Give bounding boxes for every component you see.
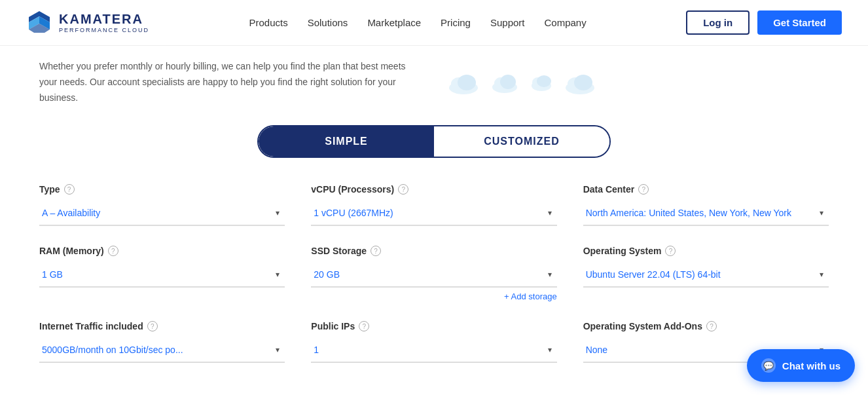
os-addons-label-row: Operating System Add-Ons ? bbox=[583, 321, 829, 331]
os-label: Operating System bbox=[583, 246, 662, 256]
public-ips-section: Public IPs ? 1 ▾ bbox=[311, 321, 556, 363]
config-grid: Type ? A – Availability ▾ vCPU (Processo… bbox=[39, 184, 829, 383]
svg-point-9 bbox=[500, 75, 516, 89]
nav-marketplace[interactable]: Marketplace bbox=[367, 17, 421, 28]
cloud-icon-3 bbox=[530, 73, 553, 92]
nav-company[interactable]: Company bbox=[544, 17, 586, 28]
cloud-icons-area bbox=[447, 59, 829, 105]
add-storage-link[interactable]: + Add storage bbox=[504, 292, 557, 301]
top-description: Whether you prefer monthly or hourly bil… bbox=[39, 59, 421, 105]
cloud-icon-1 bbox=[447, 69, 480, 96]
plan-toggle: SIMPLE CUSTOMIZED bbox=[257, 125, 611, 158]
logo-brand: KAMATERA bbox=[59, 12, 149, 27]
nav-solutions[interactable]: Solutions bbox=[308, 17, 348, 28]
chat-label: Chat with us bbox=[782, 360, 841, 371]
vcpu-select-wrapper: 1 vCPU (2667MHz) ▾ bbox=[311, 201, 556, 226]
vcpu-select[interactable]: 1 vCPU (2667MHz) bbox=[311, 201, 556, 225]
type-help-icon[interactable]: ? bbox=[64, 184, 75, 195]
os-addons-label: Operating System Add-Ons bbox=[583, 321, 702, 331]
os-help-icon[interactable]: ? bbox=[665, 246, 676, 256]
os-label-row: Operating System ? bbox=[583, 246, 829, 256]
logo-icon bbox=[26, 10, 52, 36]
datacenter-select[interactable]: North America: United States, New York, … bbox=[583, 201, 829, 225]
customized-toggle[interactable]: CUSTOMIZED bbox=[434, 126, 609, 157]
ram-select[interactable]: 1 GB bbox=[39, 263, 285, 286]
ssd-label-row: SSD Storage ? bbox=[311, 246, 556, 256]
public-ips-label: Public IPs bbox=[311, 321, 355, 331]
ram-label: RAM (Memory) bbox=[39, 246, 104, 256]
type-select-wrapper: A – Availability ▾ bbox=[39, 201, 285, 226]
type-label: Type bbox=[39, 184, 60, 195]
svg-point-12 bbox=[537, 75, 551, 87]
logo-tagline: PERFORMANCE CLOUD bbox=[59, 27, 149, 33]
internet-section: Internet Traffic included ? 5000GB/month… bbox=[39, 321, 285, 363]
type-label-row: Type ? bbox=[39, 184, 285, 195]
top-description-area: Whether you prefer monthly or hourly bil… bbox=[39, 59, 421, 105]
ram-select-wrapper: 1 GB ▾ bbox=[39, 263, 285, 288]
vcpu-label: vCPU (Processors) bbox=[311, 184, 394, 195]
main-content: Whether you prefer monthly or hourly bil… bbox=[0, 46, 868, 395]
add-storage-row: + Add storage bbox=[311, 292, 556, 301]
ssd-select-wrapper: 20 GB ▾ bbox=[311, 263, 556, 288]
vcpu-help-icon[interactable]: ? bbox=[398, 184, 408, 195]
datacenter-section: Data Center ? North America: United Stat… bbox=[583, 184, 829, 226]
cloud-icon-2 bbox=[490, 71, 519, 94]
nav-support[interactable]: Support bbox=[490, 17, 525, 28]
get-started-button[interactable]: Get Started bbox=[757, 10, 842, 35]
ram-label-row: RAM (Memory) ? bbox=[39, 246, 285, 256]
datacenter-label: Data Center bbox=[583, 184, 635, 195]
internet-label: Internet Traffic included bbox=[39, 321, 143, 331]
main-nav: Products Solutions Marketplace Pricing S… bbox=[249, 17, 586, 28]
svg-point-6 bbox=[458, 75, 476, 90]
datacenter-select-wrapper: North America: United States, New York, … bbox=[583, 201, 829, 226]
chat-bubble-icon: 💬 bbox=[761, 358, 776, 373]
os-addons-help-icon[interactable]: ? bbox=[706, 321, 717, 331]
toggle-container: SIMPLE CUSTOMIZED bbox=[39, 125, 829, 158]
public-ips-help-icon[interactable]: ? bbox=[359, 321, 369, 331]
logo-text: KAMATERA PERFORMANCE CLOUD bbox=[59, 12, 149, 33]
ssd-section: SSD Storage ? 20 GB ▾ + Add storage bbox=[311, 246, 556, 301]
ram-section: RAM (Memory) ? 1 GB ▾ bbox=[39, 246, 285, 301]
ssd-help-icon[interactable]: ? bbox=[371, 246, 381, 256]
nav-pricing[interactable]: Pricing bbox=[441, 17, 471, 28]
nav-products[interactable]: Products bbox=[249, 17, 287, 28]
public-ips-select-wrapper: 1 ▾ bbox=[311, 338, 556, 363]
os-select[interactable]: Ubuntu Server 22.04 (LTS) 64-bit bbox=[583, 263, 829, 286]
svg-point-15 bbox=[574, 75, 592, 90]
cloud-icon-4 bbox=[564, 69, 596, 96]
datacenter-help-icon[interactable]: ? bbox=[638, 184, 649, 195]
os-select-wrapper: Ubuntu Server 22.04 (LTS) 64-bit ▾ bbox=[583, 263, 829, 288]
internet-label-row: Internet Traffic included ? bbox=[39, 321, 285, 331]
datacenter-label-row: Data Center ? bbox=[583, 184, 829, 195]
chat-button[interactable]: 💬 Chat with us bbox=[747, 349, 855, 382]
internet-help-icon[interactable]: ? bbox=[147, 321, 158, 331]
internet-select[interactable]: 5000GB/month on 10Gbit/sec po... bbox=[39, 338, 285, 362]
ssd-label: SSD Storage bbox=[311, 246, 367, 256]
type-select[interactable]: A – Availability bbox=[39, 201, 285, 225]
internet-select-wrapper: 5000GB/month on 10Gbit/sec po... ▾ bbox=[39, 338, 285, 363]
ram-help-icon[interactable]: ? bbox=[108, 246, 118, 256]
simple-toggle[interactable]: SIMPLE bbox=[259, 126, 434, 157]
ssd-select[interactable]: 20 GB bbox=[311, 263, 556, 286]
type-section: Type ? A – Availability ▾ bbox=[39, 184, 285, 226]
logo[interactable]: KAMATERA PERFORMANCE CLOUD bbox=[26, 10, 149, 36]
vcpu-label-row: vCPU (Processors) ? bbox=[311, 184, 556, 195]
header-actions: Log in Get Started bbox=[686, 10, 842, 35]
vcpu-section: vCPU (Processors) ? 1 vCPU (2667MHz) ▾ bbox=[311, 184, 556, 226]
public-ips-label-row: Public IPs ? bbox=[311, 321, 556, 331]
login-button[interactable]: Log in bbox=[686, 10, 750, 35]
header: KAMATERA PERFORMANCE CLOUD Products Solu… bbox=[0, 0, 868, 46]
os-section: Operating System ? Ubuntu Server 22.04 (… bbox=[583, 246, 829, 301]
public-ips-select[interactable]: 1 bbox=[311, 338, 556, 362]
top-section: Whether you prefer monthly or hourly bil… bbox=[39, 46, 829, 105]
